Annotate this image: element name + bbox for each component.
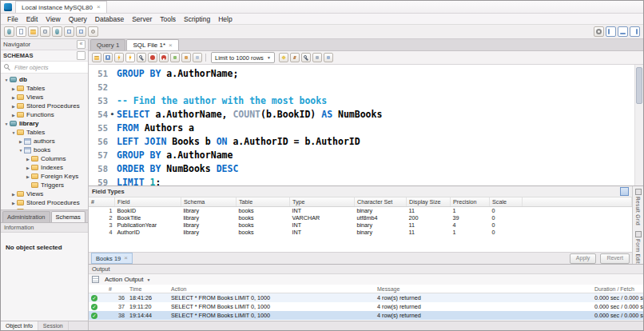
sql-line-52[interactable]: 52 <box>89 81 635 94</box>
tree-expander-icon[interactable]: ▶ <box>10 86 17 91</box>
new-sql-tab-icon[interactable] <box>16 26 26 37</box>
tree-expander-icon[interactable]: ▶ <box>18 139 24 144</box>
sql-line-53[interactable]: 53-- Find the author with the most books <box>89 94 635 108</box>
column-header-type[interactable]: Type <box>290 197 355 207</box>
tree-expander-icon[interactable]: ▼ <box>10 130 17 135</box>
create-table-icon[interactable] <box>64 26 74 37</box>
result-tab-close-icon[interactable]: × <box>124 255 128 261</box>
tree-item-stored-procedures[interactable]: ▶Stored Procedures <box>1 102 88 110</box>
column-header-precision[interactable]: Precision <box>451 197 490 207</box>
column-header-scale[interactable]: Scale <box>490 197 523 207</box>
column-header-duration-fetch[interactable]: Duration / Fetch <box>592 285 643 293</box>
open-sql-file-icon[interactable] <box>92 53 101 62</box>
find-and-replace-icon[interactable] <box>301 53 311 62</box>
tree-item-columns[interactable]: ▶Columns <box>1 154 88 163</box>
column-header-action[interactable]: Action <box>169 285 375 293</box>
tree-item-functions[interactable]: ▶Functions <box>1 110 88 119</box>
tree-item-authors[interactable]: ▶authors <box>1 137 88 146</box>
tab-result-grid[interactable]: Result Grid <box>635 189 642 225</box>
result-tab-books[interactable]: Books 19 × <box>91 253 133 264</box>
rollback-transaction-icon[interactable] <box>181 53 191 62</box>
sql-line-55[interactable]: 55FROM Authors a <box>89 122 635 135</box>
tree-expander-icon[interactable]: ▼ <box>3 78 10 82</box>
field-types-row[interactable]: 2BookTitlelibrarybooksVARCHARutf8mb42003… <box>89 214 632 221</box>
create-procedure-icon[interactable] <box>88 26 98 37</box>
create-schema-icon[interactable] <box>52 26 62 37</box>
toggle-stop-on-error-icon[interactable] <box>159 53 169 62</box>
execute-sql-icon[interactable] <box>114 53 124 62</box>
tab-object-info[interactable]: Object Info <box>1 321 38 330</box>
tree-item-books[interactable]: ▼books <box>1 146 88 154</box>
toggle-autocommit-icon[interactable] <box>193 53 202 62</box>
output-row[interactable]: ✓3719:11:20SELECT * FROM Books LIMIT 0, … <box>89 302 643 311</box>
column-header-table[interactable]: Table <box>237 197 290 207</box>
tree-expander-icon[interactable]: ▶ <box>10 95 17 100</box>
tree-expander-icon[interactable]: ▶ <box>10 201 17 205</box>
tree-item-triggers[interactable]: Triggers <box>1 181 88 189</box>
menu-help[interactable]: Help <box>214 15 236 23</box>
execute-current-icon[interactable] <box>125 53 135 62</box>
toggle-word-wrap-icon[interactable] <box>324 53 333 62</box>
commit-transaction-icon[interactable] <box>170 53 180 62</box>
menu-scripting[interactable]: Scripting <box>180 15 214 23</box>
toggle-left-sidebar-icon[interactable] <box>606 26 616 37</box>
column-header-display-size[interactable]: Display Size <box>407 197 451 207</box>
open-sql-script-icon[interactable] <box>28 26 38 37</box>
sql-line-58[interactable]: 58ORDER BY NumBooks DESC <box>89 162 635 176</box>
tree-item-stored-procedures[interactable]: ▶Stored Procedures <box>1 198 88 207</box>
query-tab-sql-file-1[interactable]: SQL File 1*× <box>126 39 178 50</box>
tree-item-indexes[interactable]: ▶Indexes <box>1 163 88 172</box>
sql-line-59[interactable]: 59LIMIT 1; <box>89 176 635 185</box>
tree-expander-icon[interactable]: ▶ <box>25 174 31 179</box>
column-header-schema[interactable]: Schema <box>181 197 237 207</box>
query-tab-close-icon[interactable]: × <box>169 42 173 49</box>
toggle-output-area-icon[interactable] <box>618 26 628 37</box>
menu-tools[interactable]: Tools <box>156 15 180 23</box>
stop-execution-icon[interactable] <box>148 53 157 62</box>
beautify-sql-icon[interactable] <box>290 53 300 62</box>
column-header-filler[interactable]: # <box>89 197 115 207</box>
sql-line-54[interactable]: 54•SELECT a.AuthorName, COUNT(b.BookID) … <box>89 108 635 122</box>
tree-expander-icon[interactable]: ▼ <box>3 122 10 126</box>
tree-item-tables[interactable]: ▶Tables <box>1 84 88 93</box>
field-types-row[interactable]: 4AuthorIDlibrarybooksINTbinary1110 <box>89 229 632 236</box>
column-header-message[interactable]: Message <box>375 285 592 293</box>
limit-rows-select[interactable]: Limit to 1000 rows ▼ <box>211 52 275 63</box>
refresh-schemas-icon[interactable] <box>77 51 85 60</box>
column-header-[interactable]: # <box>106 285 127 293</box>
tab-administration[interactable]: Administration <box>2 211 50 222</box>
connection-tab-close-icon[interactable]: × <box>97 4 101 10</box>
sql-line-56[interactable]: 56LEFT JOIN Books b ON a.AuthorID = b.Au… <box>89 135 635 149</box>
field-types-row[interactable]: 3PublicationYearlibrarybooksINTbinary114… <box>89 221 632 229</box>
column-header-field[interactable]: Field <box>115 197 181 207</box>
revert-button[interactable]: Revert <box>600 253 630 264</box>
tab-session[interactable]: Session <box>38 321 69 330</box>
menu-query[interactable]: Query <box>65 15 91 23</box>
tree-expander-icon[interactable]: ▶ <box>25 157 31 162</box>
tree-item-library[interactable]: ▼library <box>1 119 88 128</box>
query-tab-query-1[interactable]: Query 1 <box>90 39 125 50</box>
sql-line-51[interactable]: 51GROUP BY a.AuthorName; <box>89 67 635 81</box>
column-header-time[interactable]: Time <box>127 285 169 293</box>
tree-item-views[interactable]: ▶Views <box>1 189 88 198</box>
create-view-icon[interactable] <box>76 26 86 37</box>
tree-expander-icon[interactable]: ▶ <box>10 104 17 109</box>
menu-edit[interactable]: Edit <box>22 15 42 23</box>
tab-form-editor[interactable]: Form Editor <box>635 231 642 269</box>
output-row[interactable]: ✓3618:41:26SELECT * FROM Books LIMIT 0, … <box>89 293 643 303</box>
tree-item-tables[interactable]: ▼Tables <box>1 128 88 137</box>
tree-expander-icon[interactable]: ▼ <box>18 148 24 153</box>
tree-item-foreign-keys[interactable]: ▶Foreign Keys <box>1 172 88 181</box>
output-row[interactable]: ✓3819:14:44SELECT * FROM Books LIMIT 0, … <box>89 311 643 320</box>
tree-expander-icon[interactable]: ▶ <box>10 192 17 197</box>
preferences-icon[interactable] <box>594 26 604 37</box>
toggle-right-sidebar-icon[interactable] <box>630 26 640 37</box>
tree-expander-icon[interactable]: ▶ <box>10 113 17 118</box>
save-snippet-icon[interactable] <box>279 53 288 62</box>
filter-objects-input[interactable] <box>13 63 85 72</box>
output-view-select[interactable]: Action Output ▼ <box>102 276 153 283</box>
sql-code-editor[interactable]: 51GROUP BY a.AuthorName;5253-- Find the … <box>89 65 643 185</box>
tree-item-views[interactable]: ▶Views <box>1 93 88 102</box>
save-sql-icon[interactable] <box>103 53 113 62</box>
toggle-invisible-characters-icon[interactable] <box>312 53 322 62</box>
